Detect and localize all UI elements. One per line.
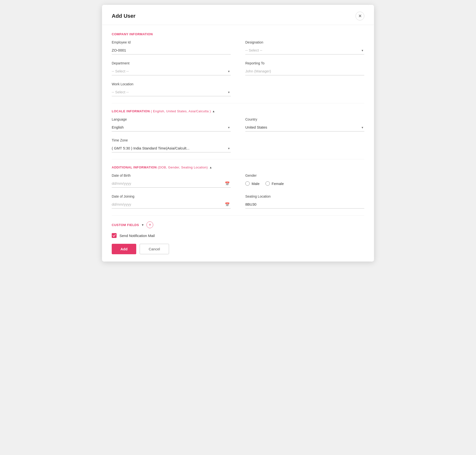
- add-field-plus-icon: +: [149, 223, 151, 227]
- doj-group: Date of Joining 📅: [112, 194, 231, 209]
- gender-male-label[interactable]: Male: [245, 181, 260, 186]
- country-select-wrapper: United States ▾: [245, 123, 364, 131]
- dob-label: Date of Birth: [112, 174, 231, 177]
- doj-date-wrapper: 📅: [112, 200, 231, 209]
- country-group: Country United States ▾: [245, 117, 364, 131]
- designation-select[interactable]: -- Select --: [245, 46, 364, 54]
- form-actions: Add Cancel: [112, 244, 364, 254]
- locale-collapse-icon[interactable]: ▴: [213, 109, 214, 113]
- seating-group: Seating Location: [245, 194, 364, 209]
- company-section-title: COMPANY INFORMATION: [112, 32, 364, 36]
- checkmark-icon: [112, 234, 116, 237]
- language-label: Language: [112, 117, 231, 121]
- modal-header: Add User ✕: [102, 5, 374, 25]
- row-employee-designation: Employee Id Designation -- Select -- ▾: [112, 40, 364, 54]
- row-timezone: Time Zone ( GMT 5:30 ) India Standard Ti…: [112, 138, 364, 152]
- department-select[interactable]: -- Select --: [112, 67, 231, 75]
- dob-input[interactable]: [112, 179, 231, 188]
- department-group: Department -- Select -- ▾: [112, 61, 231, 75]
- row-dob-gender: Date of Birth 📅 Gender Male: [112, 174, 364, 188]
- designation-group: Designation -- Select -- ▾: [245, 40, 364, 54]
- timezone-select-wrapper: ( GMT 5:30 ) India Standard Time(Asia/Ca…: [112, 144, 231, 152]
- additional-section-header: ADDITIONAL INFORMATION (DOB, Gender, Sea…: [112, 165, 364, 169]
- company-information-section: COMPANY INFORMATION Employee Id Designat…: [112, 32, 364, 96]
- add-button[interactable]: Add: [112, 244, 136, 254]
- dob-group: Date of Birth 📅: [112, 174, 231, 188]
- additional-collapse-icon[interactable]: ▴: [210, 165, 212, 169]
- gender-female-label[interactable]: Female: [265, 181, 284, 186]
- work-location-spacer: [245, 82, 364, 96]
- doj-input[interactable]: [112, 200, 231, 209]
- notification-label: Send Notification Mail: [119, 234, 155, 238]
- work-location-label: Work Location: [112, 82, 231, 86]
- language-group: Language English ▾: [112, 117, 231, 131]
- row-language-country: Language English ▾ Country United States: [112, 117, 364, 131]
- gender-female-text: Female: [272, 182, 284, 186]
- employee-id-group: Employee Id: [112, 40, 231, 54]
- divider-2: [112, 159, 364, 159]
- country-label: Country: [245, 117, 364, 121]
- notification-row: Send Notification Mail: [112, 233, 364, 238]
- custom-fields-header: CUSTOM FIELDS ▾ +: [112, 221, 364, 228]
- close-button[interactable]: ✕: [356, 12, 364, 20]
- additional-subtitle: (DOB, Gender, Seating Location): [158, 166, 208, 169]
- gender-male-radio[interactable]: [245, 181, 250, 186]
- add-custom-field-button[interactable]: +: [146, 221, 153, 228]
- locale-section-title: LOCALE INFORMATION ( English, United Sta…: [112, 109, 211, 113]
- locale-information-section: LOCALE INFORMATION ( English, United Sta…: [112, 109, 364, 152]
- locale-section-header: LOCALE INFORMATION ( English, United Sta…: [112, 109, 364, 113]
- designation-select-wrapper: -- Select -- ▾: [245, 46, 364, 54]
- dob-date-wrapper: 📅: [112, 179, 231, 188]
- seating-input[interactable]: [245, 200, 364, 209]
- cancel-button[interactable]: Cancel: [140, 244, 169, 254]
- modal-body: COMPANY INFORMATION Employee Id Designat…: [102, 25, 374, 262]
- gender-female-radio[interactable]: [265, 181, 270, 186]
- reporting-to-label: Reporting To: [245, 61, 364, 65]
- notification-checkbox[interactable]: [112, 233, 117, 238]
- gender-options: Male Female: [245, 181, 364, 186]
- employee-id-label: Employee Id: [112, 40, 231, 44]
- timezone-spacer: [245, 138, 364, 152]
- reporting-to-group: Reporting To: [245, 61, 364, 75]
- additional-section-title: ADDITIONAL INFORMATION (DOB, Gender, Sea…: [112, 166, 208, 169]
- department-label: Department: [112, 61, 231, 65]
- row-doj-seating: Date of Joining 📅 Seating Location: [112, 194, 364, 209]
- gender-male-text: Male: [252, 182, 260, 186]
- gender-label: Gender: [245, 174, 364, 177]
- locale-subtitle: ( English, United States, Asia/Calcutta …: [151, 109, 211, 113]
- row-work-location: Work Location -- Select -- ▾: [112, 82, 364, 96]
- add-user-modal: Add User ✕ COMPANY INFORMATION Employee …: [102, 5, 374, 262]
- reporting-to-input[interactable]: [245, 67, 364, 75]
- seating-label: Seating Location: [245, 194, 364, 198]
- divider-3: [112, 215, 364, 216]
- work-location-group: Work Location -- Select -- ▾: [112, 82, 231, 96]
- designation-label: Designation: [245, 40, 364, 44]
- language-select[interactable]: English: [112, 123, 231, 131]
- department-select-wrapper: -- Select -- ▾: [112, 67, 231, 75]
- additional-information-section: ADDITIONAL INFORMATION (DOB, Gender, Sea…: [112, 165, 364, 209]
- modal-title: Add User: [112, 13, 136, 19]
- timezone-select[interactable]: ( GMT 5:30 ) India Standard Time(Asia/Ca…: [112, 144, 231, 152]
- gender-group: Gender Male Female: [245, 174, 364, 188]
- work-location-select-wrapper: -- Select -- ▾: [112, 88, 231, 96]
- close-icon: ✕: [358, 14, 362, 18]
- timezone-group: Time Zone ( GMT 5:30 ) India Standard Ti…: [112, 138, 231, 152]
- work-location-select[interactable]: -- Select --: [112, 88, 231, 96]
- country-select[interactable]: United States: [245, 123, 364, 131]
- custom-fields-section: CUSTOM FIELDS ▾ +: [112, 221, 364, 228]
- timezone-label: Time Zone: [112, 138, 231, 142]
- custom-fields-title: CUSTOM FIELDS: [112, 223, 139, 227]
- doj-label: Date of Joining: [112, 194, 231, 198]
- row-department-reporting: Department -- Select -- ▾ Reporting To: [112, 61, 364, 75]
- employee-id-input[interactable]: [112, 46, 231, 54]
- custom-fields-chevron-icon[interactable]: ▾: [142, 223, 144, 227]
- language-select-wrapper: English ▾: [112, 123, 231, 131]
- divider-1: [112, 103, 364, 103]
